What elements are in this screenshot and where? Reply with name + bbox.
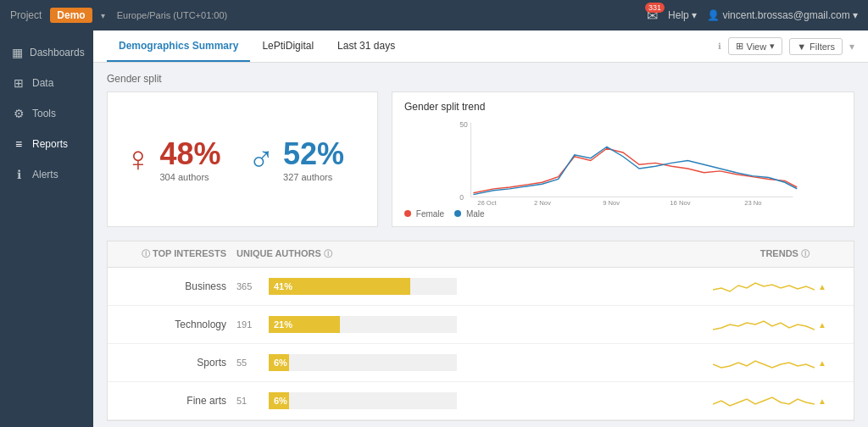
count: 191: [236, 319, 264, 330]
svg-text:16 Nov: 16 Nov: [670, 199, 690, 205]
sidebar-item-label: Dashboards: [30, 47, 85, 58]
gender-stats-panel: ♀ 48% 304 authors ♂ 52% 327 authors: [107, 92, 378, 227]
content-area: Demographics Summary LePtiDigital Last 3…: [93, 30, 868, 427]
alerts-icon: ℹ: [12, 168, 25, 181]
sidebar-item-dashboards[interactable]: ▦ Dashboards: [0, 37, 93, 68]
trend-chart-svg: 50 0 26 Oct 2 Nov 9 Nov 16 Nov 23 No: [404, 116, 842, 205]
body-area: Gender split ♀ 48% 304 authors ♂: [93, 63, 868, 427]
filters-expand-icon[interactable]: ▾: [849, 41, 854, 53]
count: 55: [236, 358, 264, 368]
filters-button[interactable]: ▼ Filters: [789, 38, 843, 55]
tab-last-31-days[interactable]: Last 31 days: [326, 31, 407, 62]
gender-row: ♀ 48% 304 authors ♂ 52% 327 authors: [107, 92, 854, 227]
male-icon: ♂: [248, 139, 275, 180]
bar-wrap: 21%: [269, 316, 457, 333]
bar-wrap: 6%: [269, 392, 457, 409]
svg-text:2 Nov: 2 Nov: [534, 199, 551, 205]
header-top-interests: ⓘ TOP INTERESTS: [118, 248, 236, 260]
section-gap: [107, 421, 854, 427]
trend-arrow-up: ▲: [818, 320, 826, 330]
demo-chevron-icon[interactable]: ▾: [101, 11, 105, 20]
male-percentage: 52%: [283, 136, 344, 172]
interest-row-sports: Sports 55 6% ▲: [108, 344, 854, 382]
bar: 6%: [269, 354, 289, 371]
sidebar-item-data[interactable]: ⊞ Data: [0, 68, 93, 98]
user-account-button[interactable]: 👤 vincent.brossas@gmail.com ▾: [707, 9, 858, 21]
interest-label: Technology: [118, 319, 236, 330]
tools-icon: ⚙: [12, 107, 25, 120]
interests-header-row: ⓘ TOP INTERESTS UNIQUE AUTHORS ⓘ TRENDS …: [108, 241, 854, 268]
sidebar-item-tools[interactable]: ⚙ Tools: [0, 98, 93, 129]
tab-demographics-summary[interactable]: Demographics Summary: [107, 31, 250, 62]
female-stat: ♀ 48% 304 authors: [125, 136, 221, 182]
bar: 21%: [269, 316, 340, 333]
header-unique-authors: UNIQUE AUTHORS ⓘ: [236, 248, 457, 260]
svg-text:23 No: 23 No: [744, 199, 761, 205]
demo-badge[interactable]: Demo: [50, 8, 92, 23]
legend-male: Male: [454, 209, 484, 219]
interest-row-business: Business 365 41% ▲: [108, 268, 854, 306]
sidebar-item-alerts[interactable]: ℹ Alerts: [0, 159, 93, 190]
svg-text:9 Nov: 9 Nov: [603, 199, 620, 205]
male-authors-count: 327 authors: [283, 172, 344, 182]
trend-sparkline-finearts: ▲: [457, 387, 843, 414]
bar-area: 191 21%: [236, 316, 457, 333]
bar: 41%: [269, 278, 410, 295]
trend-arrow-up: ▲: [818, 282, 826, 291]
trend-sparkline-business: ▲: [457, 273, 843, 300]
bar-area: 55 6%: [236, 354, 457, 371]
sidebar-item-label: Alerts: [32, 169, 58, 180]
male-stat: ♂ 52% 327 authors: [248, 136, 345, 182]
trend-sparkline-sports: ▲: [457, 349, 843, 376]
sidebar-item-label: Data: [32, 77, 53, 89]
info-icon[interactable]: ℹ: [718, 42, 721, 51]
sparkline-svg: [713, 273, 815, 300]
legend-male-dot: [454, 210, 461, 217]
gender-split-label: Gender split: [107, 73, 854, 85]
timezone-label: Europe/Paris (UTC+01:00): [117, 10, 228, 20]
female-icon: ♀: [125, 139, 152, 180]
main-layout: ▦ Dashboards ⊞ Data ⚙ Tools ≡ Reports ℹ …: [0, 30, 868, 427]
subheader: Demographics Summary LePtiDigital Last 3…: [93, 30, 868, 63]
mail-count-badge: 331: [645, 3, 665, 13]
sidebar: ▦ Dashboards ⊞ Data ⚙ Tools ≡ Reports ℹ …: [0, 30, 93, 427]
interest-row-finearts: Fine arts 51 6% ▲: [108, 382, 854, 420]
topbar: Project Demo ▾ Europe/Paris (UTC+01:00) …: [0, 0, 868, 30]
subheader-actions: ℹ ⊞ View ▾ ▼ Filters ▾: [718, 37, 855, 55]
svg-text:26 Oct: 26 Oct: [477, 199, 497, 205]
interest-label: Business: [118, 280, 236, 292]
interests-table: ⓘ TOP INTERESTS UNIQUE AUTHORS ⓘ TRENDS …: [107, 241, 854, 421]
svg-text:50: 50: [459, 120, 468, 129]
bar-wrap: 41%: [269, 278, 457, 295]
sparkline-svg: [713, 349, 815, 376]
legend-female-dot: [404, 210, 411, 217]
project-label: Project: [10, 9, 42, 21]
tab-lepti-digital[interactable]: LePtiDigital: [250, 31, 326, 62]
svg-text:0: 0: [459, 193, 464, 202]
interest-label: Fine arts: [118, 395, 236, 407]
bar: 6%: [269, 392, 289, 409]
sparkline-svg: [713, 311, 815, 338]
legend-female: Female: [404, 209, 444, 219]
sidebar-item-label: Reports: [32, 138, 68, 150]
sparkline-svg: [713, 387, 815, 414]
data-icon: ⊞: [12, 76, 25, 90]
count: 365: [236, 281, 264, 291]
reports-icon: ≡: [12, 137, 25, 151]
bar-wrap: 6%: [269, 354, 457, 371]
gender-trend-chart-panel: Gender split trend 50 0 26 Oct 2 Nov: [392, 92, 854, 227]
help-button[interactable]: Help ▾: [668, 9, 697, 21]
trend-sparkline-technology: ▲: [457, 311, 843, 338]
view-icon: ⊞: [736, 41, 743, 52]
gender-trend-chart: 50 0 26 Oct 2 Nov 9 Nov 16 Nov 23 No: [404, 116, 842, 218]
interest-row-technology: Technology 191 21% ▲: [108, 306, 854, 344]
chart-legend: Female Male: [404, 209, 842, 219]
interest-label: Sports: [118, 357, 236, 369]
sidebar-item-reports[interactable]: ≡ Reports: [0, 129, 93, 159]
dashboards-icon: ▦: [12, 46, 23, 59]
female-percentage: 48%: [160, 136, 221, 172]
view-button[interactable]: ⊞ View ▾: [728, 37, 783, 55]
mail-button[interactable]: ✉ 331: [647, 8, 658, 24]
female-authors-count: 304 authors: [160, 172, 221, 182]
topbar-right: ✉ 331 Help ▾ 👤 vincent.brossas@gmail.com…: [647, 8, 858, 24]
